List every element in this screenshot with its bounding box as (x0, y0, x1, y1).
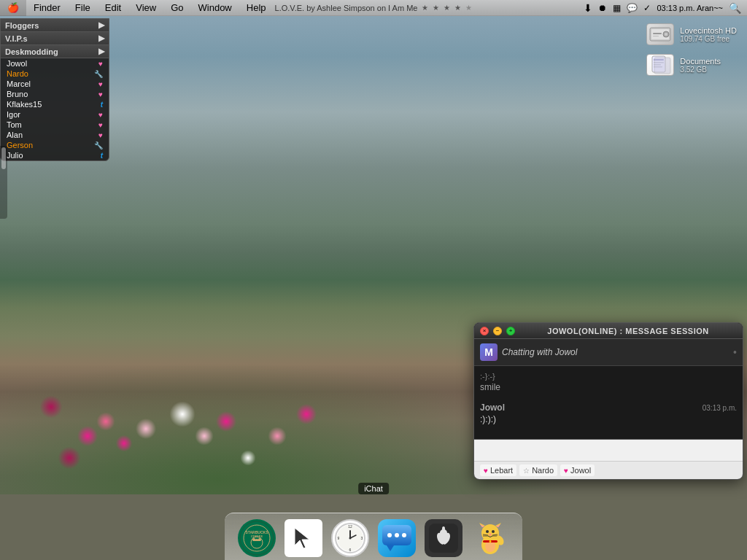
buddy-group-vips[interactable]: V.I.P.s ▶ (1, 32, 109, 45)
buddy-nardo-name: Nardo (7, 69, 28, 78)
participant-nardo[interactable]: ☆ Nardo (519, 464, 557, 476)
finder-dock-icon (423, 518, 464, 559)
svg-text:3: 3 (361, 536, 363, 540)
starbucks-icon: STARBUCKS COFFEE (238, 519, 276, 557)
ichat-svg (381, 522, 413, 554)
chat-minimize-button[interactable]: − (493, 327, 502, 335)
check-icon: ✓ (643, 3, 651, 13)
buddy-kflakes15-icon: t (101, 101, 103, 109)
buddy-jowol[interactable]: Jowol ♥ (1, 58, 109, 69)
nardo-star-icon: ☆ (523, 467, 530, 475)
svg-rect-4 (653, 33, 662, 34)
menubar: 🍎 Finder File Edit View Go Window Help L… (0, 0, 747, 16)
apple-dock-icon (425, 519, 462, 557)
buddy-nardo[interactable]: Nardo 🔧 (1, 69, 109, 79)
buddy-group-deskmodding[interactable]: Deskmodding ▶ (1, 45, 109, 58)
now-playing: L.O.V.E. by Ashlee Simpson on I Am Me ★ … (275, 4, 473, 12)
buddy-jowol-name: Jowol (7, 59, 27, 68)
star-2: ★ (433, 4, 439, 12)
doc-icon-image (646, 54, 674, 76)
dock-cursor[interactable]: Cursor (283, 518, 324, 559)
menu-file[interactable]: File (68, 0, 98, 16)
svg-text:6: 6 (349, 548, 352, 552)
chat-input[interactable] (480, 445, 737, 455)
sidebar-scrollbar[interactable] (0, 146, 7, 219)
svg-point-3 (665, 33, 667, 36)
doc-label-group: Documents 3.52 GB (680, 57, 721, 74)
ichat-dock-label: iChat (358, 483, 389, 494)
buddy-bruno[interactable]: Bruno ♥ (1, 89, 109, 99)
download-icon: ⬇ (584, 2, 592, 14)
chat-jowol-header: Jowol 03:13 p.m. (480, 398, 737, 413)
svg-point-17 (252, 538, 255, 541)
menu-edit[interactable]: Edit (98, 0, 128, 16)
buddy-igor-icon: ♥ (98, 111, 103, 119)
menubar-left: 🍎 Finder File Edit View Go Window Help (0, 0, 274, 16)
finder-svg (427, 522, 460, 554)
ichat-dock-icon (376, 518, 417, 559)
buddy-julio[interactable]: Julio t (1, 150, 109, 160)
buddy-kflakes15[interactable]: Kflakes15 t (1, 99, 109, 109)
desktop: 🍎 Finder File Edit View Go Window Help L… (0, 0, 747, 560)
lucky-cat-svg (472, 520, 508, 556)
dock-finder[interactable]: Finder (423, 518, 464, 559)
buddy-alan[interactable]: Alan ♥ (1, 130, 109, 140)
dock-starbucks[interactable]: STARBUCKS COFFEE Starbucks (236, 518, 277, 559)
buddy-group-floggers[interactable]: Floggers ▶ (1, 19, 109, 32)
svg-text:COFFEE: COFFEE (251, 534, 263, 538)
star-1: ★ (422, 4, 428, 12)
menu-help[interactable]: Help (239, 0, 274, 16)
menu-window[interactable]: Window (191, 0, 239, 16)
svg-text:12: 12 (348, 524, 352, 529)
documents-icon[interactable]: Documents 3.52 GB (643, 52, 740, 77)
buddy-tom-icon: ♥ (98, 121, 103, 129)
buddy-igor[interactable]: Igor ♥ (1, 109, 109, 120)
dock-lucky-cat[interactable]: Lucky Cat (470, 518, 511, 559)
hd-icon[interactable]: Lovecintosh HD 109.74 GB free (643, 22, 740, 47)
apple-icon: 🍎 (7, 2, 19, 13)
menu-go[interactable]: Go (163, 0, 190, 16)
svg-point-42 (486, 530, 489, 533)
menu-finder[interactable]: Finder (26, 0, 68, 16)
participant-jowol[interactable]: ♥ Jowol (560, 464, 595, 476)
svg-point-18 (258, 538, 261, 541)
menu-view[interactable]: View (128, 0, 163, 16)
clock-svg: 12 3 6 9 (334, 522, 366, 554)
search-icon[interactable]: 🔍 (729, 2, 741, 14)
chat-close-button[interactable]: × (480, 327, 489, 335)
buddy-julio-icon: t (101, 152, 103, 160)
hd-icon-image (646, 23, 674, 45)
buddy-igor-name: Igor (7, 110, 20, 119)
buddy-marcel[interactable]: Marcel ♥ (1, 79, 109, 89)
chat-maximize-button[interactable]: + (506, 327, 515, 335)
starbucks-dock-icon: STARBUCKS COFFEE (236, 518, 277, 559)
doc-name: Documents (680, 57, 721, 66)
starbucks-svg: STARBUCKS COFFEE (239, 521, 274, 556)
dock-clock[interactable]: 12 3 6 9 Clock (330, 518, 371, 559)
chat-prev-msg-1: :-}:-} (480, 372, 737, 381)
chat-message-time: 03:13 p.m. (703, 404, 737, 412)
svg-rect-11 (654, 58, 670, 74)
buddy-tom[interactable]: Tom ♥ (1, 120, 109, 130)
apple-menu-item[interactable]: 🍎 (0, 0, 26, 16)
grid-icon: ▦ (613, 3, 621, 13)
buddy-gerson[interactable]: Gerson 🔧 (1, 140, 109, 150)
chat-input-area[interactable] (474, 439, 743, 461)
svg-marker-33 (387, 545, 394, 551)
chat-avatar: M (480, 343, 498, 361)
participant-lebart[interactable]: ♥ Lebart (480, 464, 516, 476)
jowol-heart-icon: ♥ (564, 467, 568, 475)
dock-ichat[interactable]: iChat (376, 518, 417, 559)
buddy-marcel-icon: ♥ (98, 80, 103, 88)
chat-messages-area: :-}:-} smile Jowol 03:13 p.m. :):):) (474, 366, 743, 439)
record-icon: ⏺ (598, 3, 607, 13)
chat-icon: 💬 (627, 3, 638, 13)
dock: STARBUCKS COFFEE Starbucks (225, 513, 522, 560)
star-5: ★ (465, 4, 472, 12)
buddy-tom-name: Tom (7, 120, 22, 129)
buddy-marcel-name: Marcel (7, 79, 31, 88)
buddy-julio-name: Julio (7, 151, 23, 160)
svg-point-32 (402, 533, 406, 537)
floggers-label: Floggers (5, 21, 39, 30)
doc-svg (649, 55, 671, 75)
